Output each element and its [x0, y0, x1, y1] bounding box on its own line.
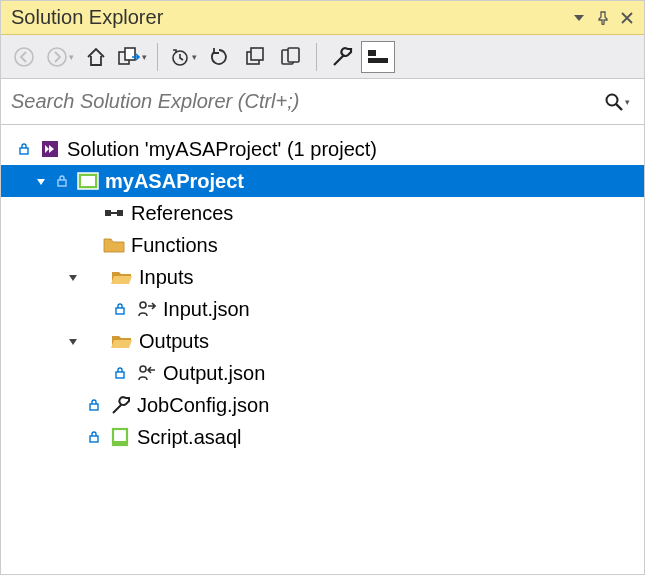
- svg-point-21: [140, 302, 146, 308]
- svg-rect-24: [90, 404, 98, 410]
- folder-open-icon: [109, 266, 135, 288]
- jobconfig-label: JobConfig.json: [137, 394, 269, 417]
- svg-rect-27: [113, 441, 127, 445]
- forward-button[interactable]: ▾: [43, 41, 77, 73]
- svg-point-0: [15, 48, 33, 66]
- lock-icon: [85, 428, 103, 446]
- expander-icon[interactable]: [33, 173, 49, 189]
- input-json-label: Input.json: [163, 298, 250, 321]
- outputs-label: Outputs: [139, 330, 209, 353]
- project-node[interactable]: myASAProject: [1, 165, 644, 197]
- project-label: myASAProject: [105, 170, 244, 193]
- home-button[interactable]: [79, 41, 113, 73]
- script-label: Script.asaql: [137, 426, 242, 449]
- references-icon: [101, 202, 127, 224]
- references-node[interactable]: References: [1, 197, 644, 229]
- show-all-files-button[interactable]: [274, 41, 308, 73]
- script-node[interactable]: Script.asaql: [1, 421, 644, 453]
- lock-icon: [85, 396, 103, 414]
- sync-views-button[interactable]: ▾: [115, 41, 149, 73]
- svg-rect-6: [251, 48, 263, 60]
- functions-label: Functions: [131, 234, 218, 257]
- svg-rect-14: [58, 180, 66, 186]
- svg-point-1: [48, 48, 66, 66]
- properties-button[interactable]: [325, 41, 359, 73]
- svg-rect-18: [117, 210, 123, 216]
- output-json-label: Output.json: [163, 362, 265, 385]
- lock-icon: [15, 140, 33, 158]
- svg-point-11: [607, 94, 618, 105]
- lock-icon: [111, 300, 129, 318]
- refresh-button[interactable]: [202, 41, 236, 73]
- expander-icon[interactable]: [65, 333, 81, 349]
- svg-rect-22: [116, 372, 124, 378]
- folder-open-icon: [109, 330, 135, 352]
- svg-rect-16: [81, 176, 95, 186]
- svg-rect-8: [288, 48, 299, 62]
- jobconfig-node[interactable]: JobConfig.json: [1, 389, 644, 421]
- svg-rect-12: [20, 148, 28, 154]
- toolbar: ▾ ▾ ▾: [1, 35, 644, 79]
- close-button[interactable]: [616, 7, 638, 29]
- solution-icon: [37, 138, 63, 160]
- outputs-node[interactable]: Outputs: [1, 325, 644, 357]
- toolbar-separator: [157, 43, 158, 71]
- pin-button[interactable]: [592, 7, 614, 29]
- svg-rect-20: [116, 308, 124, 314]
- collapse-all-button[interactable]: [238, 41, 272, 73]
- output-file-icon: [133, 362, 159, 384]
- svg-rect-10: [368, 50, 376, 56]
- references-label: References: [131, 202, 233, 225]
- inputs-label: Inputs: [139, 266, 193, 289]
- dropdown-button[interactable]: [568, 7, 590, 29]
- expander-icon[interactable]: [65, 269, 81, 285]
- folder-icon: [101, 234, 127, 256]
- svg-rect-25: [90, 436, 98, 442]
- toolbar-separator: [316, 43, 317, 71]
- svg-point-23: [140, 366, 146, 372]
- window-title: Solution Explorer: [7, 6, 568, 29]
- output-json-node[interactable]: Output.json: [1, 357, 644, 389]
- input-file-icon: [133, 298, 159, 320]
- input-json-node[interactable]: Input.json: [1, 293, 644, 325]
- search-button[interactable]: ▾: [600, 92, 634, 112]
- titlebar: Solution Explorer: [1, 1, 644, 35]
- inputs-node[interactable]: Inputs: [1, 261, 644, 293]
- svg-rect-17: [105, 210, 111, 216]
- window-buttons: [568, 7, 638, 29]
- chevron-down-icon: ▾: [625, 97, 630, 107]
- script-icon: [107, 426, 133, 448]
- pending-changes-button[interactable]: ▾: [166, 41, 200, 73]
- preview-button[interactable]: [361, 41, 395, 73]
- svg-rect-19: [111, 212, 117, 214]
- lock-icon: [53, 172, 71, 190]
- functions-node[interactable]: Functions: [1, 229, 644, 261]
- lock-icon: [111, 364, 129, 382]
- back-button[interactable]: [7, 41, 41, 73]
- svg-rect-3: [125, 48, 135, 60]
- wrench-icon: [107, 394, 133, 416]
- search-bar: ▾: [1, 79, 644, 125]
- solution-label: Solution 'myASAProject' (1 project): [67, 138, 377, 161]
- solution-node[interactable]: Solution 'myASAProject' (1 project): [1, 133, 644, 165]
- project-icon: [75, 170, 101, 192]
- search-input[interactable]: [11, 90, 600, 113]
- svg-rect-9: [368, 58, 388, 63]
- solution-tree: Solution 'myASAProject' (1 project) myAS…: [1, 125, 644, 574]
